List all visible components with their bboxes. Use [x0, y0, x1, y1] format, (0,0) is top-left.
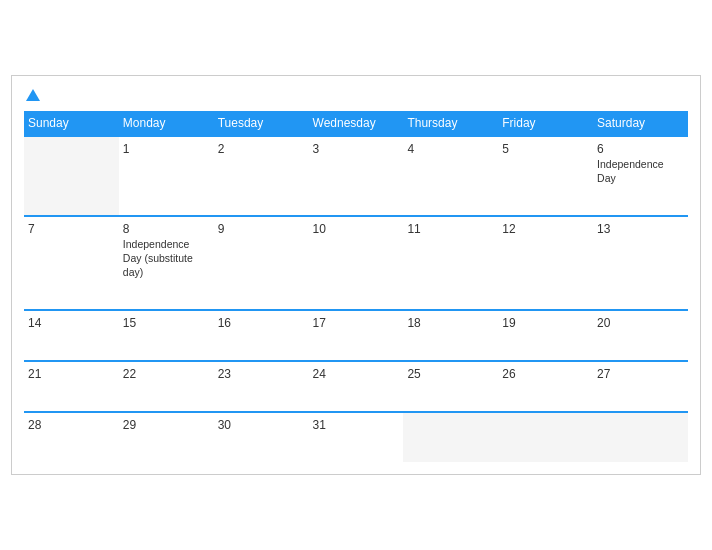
day-number: 12	[502, 222, 589, 236]
calendar-day-cell: 16	[214, 310, 309, 361]
calendar-day-cell: 12	[498, 216, 593, 310]
calendar-day-cell: 4	[403, 136, 498, 216]
calendar-day-cell: 27	[593, 361, 688, 412]
calendar-day-cell: 30	[214, 412, 309, 462]
calendar-day-cell	[24, 136, 119, 216]
calendar-day-cell: 5	[498, 136, 593, 216]
day-number: 18	[407, 316, 494, 330]
calendar-day-cell: 23	[214, 361, 309, 412]
day-number: 20	[597, 316, 684, 330]
day-number: 16	[218, 316, 305, 330]
weekday-header-thursday: Thursday	[403, 111, 498, 136]
weekday-header-monday: Monday	[119, 111, 214, 136]
calendar-day-cell: 18	[403, 310, 498, 361]
day-number: 10	[313, 222, 400, 236]
weekday-header-saturday: Saturday	[593, 111, 688, 136]
calendar-day-cell	[498, 412, 593, 462]
day-number: 6	[597, 142, 684, 156]
day-number: 28	[28, 418, 115, 432]
calendar-day-cell: 6Independence Day	[593, 136, 688, 216]
calendar-week-row: 123456Independence Day	[24, 136, 688, 216]
calendar-day-cell: 24	[309, 361, 404, 412]
weekday-header-sunday: Sunday	[24, 111, 119, 136]
calendar-day-cell	[593, 412, 688, 462]
day-number: 1	[123, 142, 210, 156]
day-number: 2	[218, 142, 305, 156]
day-event: Independence Day (substitute day)	[123, 238, 210, 279]
calendar-day-cell: 3	[309, 136, 404, 216]
calendar-day-cell: 28	[24, 412, 119, 462]
day-number: 4	[407, 142, 494, 156]
day-number: 3	[313, 142, 400, 156]
day-number: 17	[313, 316, 400, 330]
day-number: 13	[597, 222, 684, 236]
calendar-day-cell: 20	[593, 310, 688, 361]
day-number: 7	[28, 222, 115, 236]
weekday-header-wednesday: Wednesday	[309, 111, 404, 136]
day-number: 23	[218, 367, 305, 381]
day-number: 25	[407, 367, 494, 381]
calendar-header	[24, 86, 688, 104]
calendar-day-cell: 2	[214, 136, 309, 216]
calendar-day-cell: 11	[403, 216, 498, 310]
calendar-day-cell: 17	[309, 310, 404, 361]
calendar-week-row: 14151617181920	[24, 310, 688, 361]
calendar-week-row: 28293031	[24, 412, 688, 462]
day-number: 24	[313, 367, 400, 381]
weekday-header-row: SundayMondayTuesdayWednesdayThursdayFrid…	[24, 111, 688, 136]
calendar-week-row: 78Independence Day (substitute day)91011…	[24, 216, 688, 310]
calendar-day-cell: 13	[593, 216, 688, 310]
calendar-container: SundayMondayTuesdayWednesdayThursdayFrid…	[11, 75, 701, 476]
calendar-grid: SundayMondayTuesdayWednesdayThursdayFrid…	[24, 111, 688, 462]
calendar-day-cell: 15	[119, 310, 214, 361]
calendar-day-cell: 25	[403, 361, 498, 412]
calendar-day-cell: 9	[214, 216, 309, 310]
calendar-day-cell: 29	[119, 412, 214, 462]
logo-triangle-icon	[26, 89, 40, 101]
day-number: 11	[407, 222, 494, 236]
calendar-week-row: 21222324252627	[24, 361, 688, 412]
day-number: 26	[502, 367, 589, 381]
day-number: 21	[28, 367, 115, 381]
day-number: 15	[123, 316, 210, 330]
calendar-day-cell: 26	[498, 361, 593, 412]
weekday-header-friday: Friday	[498, 111, 593, 136]
day-number: 8	[123, 222, 210, 236]
day-number: 9	[218, 222, 305, 236]
day-number: 31	[313, 418, 400, 432]
calendar-day-cell: 8Independence Day (substitute day)	[119, 216, 214, 310]
calendar-day-cell: 22	[119, 361, 214, 412]
calendar-day-cell: 19	[498, 310, 593, 361]
day-number: 14	[28, 316, 115, 330]
calendar-day-cell: 31	[309, 412, 404, 462]
day-number: 22	[123, 367, 210, 381]
calendar-day-cell	[403, 412, 498, 462]
day-number: 19	[502, 316, 589, 330]
day-number: 29	[123, 418, 210, 432]
calendar-day-cell: 21	[24, 361, 119, 412]
day-number: 27	[597, 367, 684, 381]
calendar-day-cell: 7	[24, 216, 119, 310]
logo-text	[24, 86, 40, 104]
weekday-header-tuesday: Tuesday	[214, 111, 309, 136]
logo	[24, 86, 40, 104]
calendar-day-cell: 14	[24, 310, 119, 361]
day-number: 30	[218, 418, 305, 432]
calendar-day-cell: 10	[309, 216, 404, 310]
calendar-day-cell: 1	[119, 136, 214, 216]
day-event: Independence Day	[597, 158, 684, 185]
day-number: 5	[502, 142, 589, 156]
